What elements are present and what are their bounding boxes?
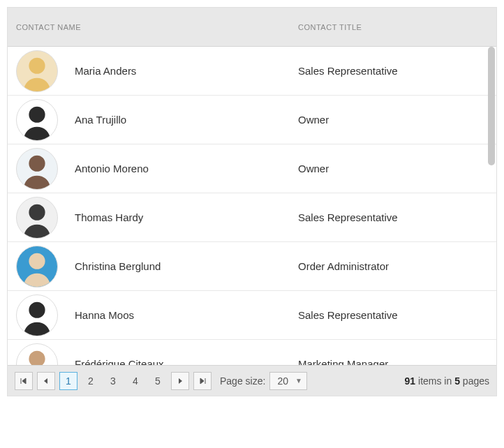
grid-header: CONTACT NAME CONTACT TITLE [8, 8, 496, 47]
scrollbar-thumb[interactable] [488, 47, 495, 165]
page-size-label: Page size: [220, 375, 265, 387]
person-icon [17, 51, 57, 91]
avatar [16, 148, 58, 190]
cell-contact-name: Christina Berglund [8, 246, 290, 288]
table-row[interactable]: Christina BerglundOrder Administrator [8, 242, 496, 291]
cell-contact-name: Ana Trujillo [8, 99, 290, 141]
cell-contact-title: Sales Representative [290, 65, 496, 77]
pager-prev-button[interactable] [37, 372, 55, 390]
svg-point-6 [29, 350, 45, 365]
last-page-icon [199, 378, 206, 384]
contact-name-text: Maria Anders [75, 65, 136, 77]
page-size-value: 20 [277, 375, 288, 387]
pager-total-items: 91 [405, 375, 416, 387]
scrollbar-track[interactable] [487, 47, 496, 365]
cell-contact-title: Sales Representative [290, 309, 496, 321]
avatar [16, 343, 58, 366]
cell-contact-name: Maria Anders [8, 50, 290, 92]
person-icon [17, 246, 57, 287]
person-icon [17, 344, 57, 366]
pager-status: 91 items in 5 pages [405, 375, 489, 387]
svg-point-0 [29, 57, 45, 73]
pager-next-button[interactable] [171, 372, 189, 390]
pager-total-pages: 5 [454, 375, 460, 387]
grid-body[interactable]: Maria AndersSales RepresentativeAna Truj… [8, 47, 496, 365]
svg-point-4 [29, 253, 45, 269]
person-icon [17, 100, 57, 140]
contact-name-text: Frédérique Citeaux [75, 358, 164, 365]
svg-point-1 [29, 106, 45, 122]
first-page-icon [20, 378, 27, 384]
avatar [16, 246, 58, 288]
pager-page-4[interactable]: 4 [126, 372, 144, 390]
person-icon [17, 197, 57, 238]
avatar [16, 294, 58, 336]
pager-page-5[interactable]: 5 [149, 372, 167, 390]
table-row[interactable]: Maria AndersSales Representative [8, 47, 496, 96]
cell-contact-title: Marketing Manager [290, 358, 496, 365]
chevron-down-icon: ▼ [295, 377, 302, 384]
table-row[interactable]: Ana TrujilloOwner [8, 96, 496, 144]
page-size-dropdown[interactable]: 20 ▼ [269, 372, 306, 390]
cell-contact-name: Frédérique Citeaux [8, 343, 290, 366]
contact-name-text: Ana Trujillo [75, 114, 126, 126]
person-icon [17, 295, 57, 336]
column-header-contact-name[interactable]: CONTACT NAME [8, 23, 290, 31]
table-row[interactable]: Antonio MorenoOwner [8, 144, 496, 193]
cell-contact-title: Owner [290, 114, 496, 126]
avatar [16, 197, 58, 239]
avatar [16, 50, 58, 92]
contact-name-text: Hanna Moos [75, 309, 134, 321]
contact-name-text: Thomas Hardy [75, 211, 143, 223]
pager-page-1[interactable]: 1 [59, 372, 77, 390]
data-grid: CONTACT NAME CONTACT TITLE Maria AndersS… [7, 7, 497, 396]
contact-name-text: Christina Berglund [75, 260, 161, 272]
cell-contact-name: Antonio Moreno [8, 148, 290, 190]
cell-contact-name: Hanna Moos [8, 294, 290, 336]
person-icon [17, 149, 57, 189]
table-row[interactable]: Hanna MoosSales Representative [8, 291, 496, 340]
cell-contact-name: Thomas Hardy [8, 197, 290, 239]
pager: 12345 Page size: 20 ▼ 91 items in 5 page… [8, 365, 496, 396]
table-row[interactable]: Frédérique CiteauxMarketing Manager [8, 340, 496, 365]
pager-page-3[interactable]: 3 [104, 372, 122, 390]
next-page-icon [177, 378, 184, 384]
pager-last-button[interactable] [193, 372, 212, 390]
column-header-contact-title[interactable]: CONTACT TITLE [290, 23, 496, 31]
table-row[interactable]: Thomas HardySales Representative [8, 193, 496, 242]
cell-contact-title: Owner [290, 163, 496, 174]
pager-first-button[interactable] [15, 372, 33, 390]
avatar [16, 99, 58, 141]
pager-page-2[interactable]: 2 [82, 372, 100, 390]
contact-name-text: Antonio Moreno [75, 163, 149, 174]
svg-point-5 [29, 301, 45, 318]
svg-point-3 [29, 204, 45, 220]
prev-page-icon [43, 378, 50, 384]
cell-contact-title: Order Administrator [290, 260, 496, 272]
cell-contact-title: Sales Representative [290, 211, 496, 223]
svg-point-2 [29, 155, 45, 171]
